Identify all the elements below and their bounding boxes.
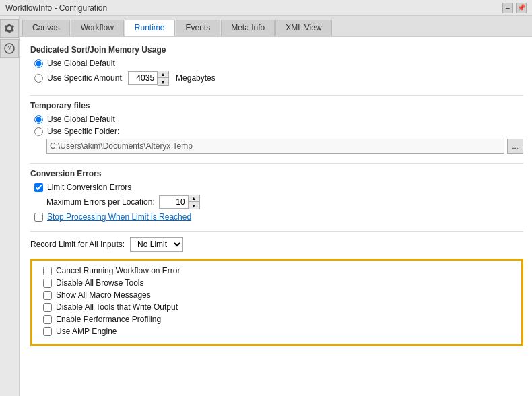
use-amp-label: Use AMP Engine [56,327,117,336]
max-errors-spinbox: ▲ ▼ [159,195,200,209]
tab-canvas[interactable]: Canvas [22,20,70,36]
temp-global-default-radio[interactable] [34,115,43,124]
tab-xmlview[interactable]: XML View [275,20,331,36]
title-bar-controls: – 📌 [502,3,527,13]
temp-specific-row: Use Specific Folder: [34,127,523,136]
temp-specific-folder-radio[interactable] [34,127,43,136]
enable-profiling-row: Enable Performance Profiling [43,315,514,324]
help-icon[interactable]: ? [0,39,19,58]
content-area: Canvas Workflow Runtime Events Meta Info… [20,16,532,396]
tab-runtime[interactable]: Runtime [125,20,175,36]
sort-global-default-label[interactable]: Use Global Default [47,59,115,68]
use-amp-row: Use AMP Engine [43,327,514,336]
tab-bar: Canvas Workflow Runtime Events Meta Info… [20,16,532,37]
stop-processing-label[interactable]: Stop Processing When Limit is Reached [47,212,191,222]
record-limit-label: Record Limit for All Inputs: [30,240,125,249]
gear-icon[interactable] [0,19,19,38]
left-sidebar: ? [0,16,20,396]
max-errors-spin-down[interactable]: ▼ [189,202,199,209]
enable-profiling-checkbox[interactable] [43,315,52,324]
divider-2 [30,163,523,164]
tab-metainfo[interactable]: Meta Info [221,20,275,36]
max-errors-row: Maximum Errors per Location: ▲ ▼ [46,195,523,209]
disable-write-row: Disable All Tools that Write Output [43,302,514,312]
divider-3 [30,231,523,232]
dedicated-sort-section: Dedicated Sort/Join Memory Usage Use Glo… [30,45,523,86]
window-title: WorkflowInfo - Configuration [5,3,107,13]
highlighted-options-box: Cancel Running Workflow on Error Disable… [30,259,523,346]
sort-global-default-row: Use Global Default [34,59,523,68]
sort-spin-down[interactable]: ▼ [158,78,168,85]
max-errors-spin-buttons: ▲ ▼ [189,195,200,209]
temp-folder-input[interactable] [46,139,504,154]
max-errors-spin-up[interactable]: ▲ [189,195,199,202]
disable-browse-row: Disable All Browse Tools [43,278,514,288]
record-limit-row: Record Limit for All Inputs: No Limit 10… [30,237,523,252]
temp-global-row: Use Global Default [34,114,523,124]
main-layout: ? Canvas Workflow Runtime Events Meta In… [0,16,532,396]
divider-1 [30,95,523,96]
temp-global-default-label[interactable]: Use Global Default [47,114,115,124]
sort-specific-amount-label[interactable]: Use Specific Amount: [47,73,124,83]
limit-errors-checkbox[interactable] [34,183,43,192]
show-macro-checkbox[interactable] [43,291,52,300]
cancel-workflow-row: Cancel Running Workflow on Error [43,266,514,275]
sort-specific-amount-radio[interactable] [34,74,43,83]
conversion-errors-section: Conversion Errors Limit Conversion Error… [30,169,523,222]
cancel-workflow-checkbox[interactable] [43,267,52,275]
conversion-errors-label: Conversion Errors [30,169,523,178]
stop-processing-row: Stop Processing When Limit is Reached [34,212,523,222]
tab-events[interactable]: Events [176,20,221,36]
disable-write-label: Disable All Tools that Write Output [56,302,178,312]
disable-write-checkbox[interactable] [43,303,52,312]
pin-button[interactable]: 📌 [516,3,527,13]
tab-workflow[interactable]: Workflow [71,20,124,36]
temp-specific-folder-label[interactable]: Use Specific Folder: [47,127,119,136]
dedicated-sort-label: Dedicated Sort/Join Memory Usage [30,45,523,55]
cancel-workflow-label: Cancel Running Workflow on Error [56,266,180,275]
max-errors-input[interactable] [159,195,189,209]
megabytes-label: Megabytes [176,73,215,83]
sort-spinbox: ▲ ▼ [128,71,169,86]
use-amp-checkbox[interactable] [43,327,52,336]
enable-profiling-label: Enable Performance Profiling [56,315,161,324]
sort-specific-row: Use Specific Amount: ▲ ▼ Megabytes [34,71,523,86]
temp-folder-row: ... [46,139,523,154]
sort-global-default-radio[interactable] [34,59,43,68]
show-macro-label: Show All Macro Messages [56,290,151,300]
stop-processing-link[interactable]: Stop Processing When Limit is Reached [47,212,191,222]
stop-processing-checkbox[interactable] [34,213,43,222]
limit-errors-label[interactable]: Limit Conversion Errors [47,183,131,192]
temporary-files-section: Temporary files Use Global Default Use S… [30,101,523,154]
max-errors-label: Maximum Errors per Location: [46,197,155,207]
panel: Dedicated Sort/Join Memory Usage Use Glo… [20,37,532,396]
limit-errors-row: Limit Conversion Errors [34,183,523,192]
show-macro-row: Show All Macro Messages [43,290,514,300]
svg-text:?: ? [7,45,11,53]
sort-amount-input[interactable] [128,71,158,85]
disable-browse-label: Disable All Browse Tools [56,278,144,288]
temporary-files-label: Temporary files [30,101,523,110]
record-limit-select[interactable]: No Limit 1000 10000 100000 [130,237,183,252]
minimize-button[interactable]: – [502,3,513,13]
disable-browse-checkbox[interactable] [43,279,52,288]
sort-spin-buttons: ▲ ▼ [158,71,169,86]
title-bar: WorkflowInfo - Configuration – 📌 [0,0,532,16]
sort-spin-up[interactable]: ▲ [158,71,168,78]
temp-browse-button[interactable]: ... [507,139,523,154]
